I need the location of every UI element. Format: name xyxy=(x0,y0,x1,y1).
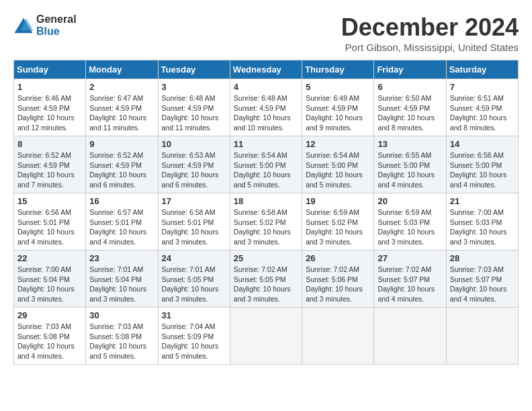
day-cell-9: 9Sunrise: 6:52 AM Sunset: 4:59 PM Daylig… xyxy=(86,136,158,193)
title-area: December 2024 Port Gibson, Mississippi, … xyxy=(341,13,519,53)
day-cell-15: 15Sunrise: 6:56 AM Sunset: 5:01 PM Dayli… xyxy=(14,193,86,250)
day-cell-19: 19Sunrise: 6:59 AM Sunset: 5:02 PM Dayli… xyxy=(302,193,374,250)
day-info: Sunrise: 6:49 AM Sunset: 4:59 PM Dayligh… xyxy=(306,93,370,133)
day-cell-30: 30Sunrise: 7:03 AM Sunset: 5:08 PM Dayli… xyxy=(86,308,158,365)
day-cell-1: 1Sunrise: 6:46 AM Sunset: 4:59 PM Daylig… xyxy=(14,79,86,136)
day-cell-31: 31Sunrise: 7:04 AM Sunset: 5:09 PM Dayli… xyxy=(158,308,230,365)
week-row-1: 1Sunrise: 6:46 AM Sunset: 4:59 PM Daylig… xyxy=(14,79,519,136)
day-number: 4 xyxy=(234,82,298,92)
day-info: Sunrise: 6:53 AM Sunset: 4:59 PM Dayligh… xyxy=(162,150,226,190)
day-number: 15 xyxy=(17,196,82,206)
day-info: Sunrise: 6:51 AM Sunset: 4:59 PM Dayligh… xyxy=(450,93,515,133)
day-number: 2 xyxy=(89,82,154,92)
day-cell-4: 4Sunrise: 6:48 AM Sunset: 4:59 PM Daylig… xyxy=(230,79,302,136)
day-info: Sunrise: 6:57 AM Sunset: 5:01 PM Dayligh… xyxy=(89,208,154,247)
day-info: Sunrise: 6:58 AM Sunset: 5:02 PM Dayligh… xyxy=(234,208,298,247)
page-header: General Blue December 2024 Port Gibson, … xyxy=(13,13,519,53)
day-cell-14: 14Sunrise: 6:56 AM Sunset: 5:00 PM Dayli… xyxy=(446,136,518,193)
calendar-table: SundayMondayTuesdayWednesdayThursdayFrid… xyxy=(13,60,519,365)
day-number: 7 xyxy=(450,82,515,92)
column-header-saturday: Saturday xyxy=(446,60,518,79)
day-cell-25: 25Sunrise: 7:02 AM Sunset: 5:05 PM Dayli… xyxy=(230,250,302,308)
day-info: Sunrise: 7:02 AM Sunset: 5:06 PM Dayligh… xyxy=(306,265,370,304)
logo-general-text: General xyxy=(36,13,77,26)
day-number: 9 xyxy=(89,139,154,149)
day-info: Sunrise: 6:58 AM Sunset: 5:01 PM Dayligh… xyxy=(162,208,226,247)
logo-blue-text: Blue xyxy=(36,26,77,38)
day-info: Sunrise: 6:59 AM Sunset: 5:02 PM Dayligh… xyxy=(306,208,370,247)
logo: General Blue xyxy=(13,13,77,37)
day-cell-24: 24Sunrise: 7:01 AM Sunset: 5:05 PM Dayli… xyxy=(158,250,230,308)
day-cell-16: 16Sunrise: 6:57 AM Sunset: 5:01 PM Dayli… xyxy=(86,193,158,250)
day-number: 3 xyxy=(162,82,226,92)
day-cell-12: 12Sunrise: 6:54 AM Sunset: 5:00 PM Dayli… xyxy=(302,136,374,193)
day-info: Sunrise: 6:56 AM Sunset: 5:00 PM Dayligh… xyxy=(450,150,515,190)
day-cell-20: 20Sunrise: 6:59 AM Sunset: 5:03 PM Dayli… xyxy=(374,193,446,250)
day-info: Sunrise: 6:50 AM Sunset: 4:59 PM Dayligh… xyxy=(378,93,442,133)
day-number: 8 xyxy=(17,139,82,149)
day-cell-13: 13Sunrise: 6:55 AM Sunset: 5:00 PM Dayli… xyxy=(374,136,446,193)
day-number: 29 xyxy=(17,310,82,320)
day-info: Sunrise: 6:54 AM Sunset: 5:00 PM Dayligh… xyxy=(306,150,370,190)
day-number: 12 xyxy=(306,139,370,149)
day-info: Sunrise: 7:02 AM Sunset: 5:07 PM Dayligh… xyxy=(378,265,442,304)
day-number: 23 xyxy=(89,253,154,263)
day-info: Sunrise: 6:46 AM Sunset: 4:59 PM Dayligh… xyxy=(17,93,82,133)
empty-cell xyxy=(302,308,374,365)
column-header-wednesday: Wednesday xyxy=(230,60,302,79)
day-number: 20 xyxy=(378,196,442,206)
day-cell-3: 3Sunrise: 6:48 AM Sunset: 4:59 PM Daylig… xyxy=(158,79,230,136)
day-cell-5: 5Sunrise: 6:49 AM Sunset: 4:59 PM Daylig… xyxy=(302,79,374,136)
day-info: Sunrise: 6:52 AM Sunset: 4:59 PM Dayligh… xyxy=(17,150,82,190)
empty-cell xyxy=(230,308,302,365)
day-number: 16 xyxy=(89,196,154,206)
day-cell-27: 27Sunrise: 7:02 AM Sunset: 5:07 PM Dayli… xyxy=(374,250,446,308)
day-number: 6 xyxy=(378,82,442,92)
day-info: Sunrise: 7:03 AM Sunset: 5:07 PM Dayligh… xyxy=(450,265,515,304)
day-info: Sunrise: 7:02 AM Sunset: 5:05 PM Dayligh… xyxy=(234,265,298,304)
logo-icon xyxy=(13,15,34,36)
week-row-2: 8Sunrise: 6:52 AM Sunset: 4:59 PM Daylig… xyxy=(14,136,519,193)
day-info: Sunrise: 7:00 AM Sunset: 5:03 PM Dayligh… xyxy=(450,208,515,247)
week-row-3: 15Sunrise: 6:56 AM Sunset: 5:01 PM Dayli… xyxy=(14,193,519,250)
day-info: Sunrise: 7:01 AM Sunset: 5:05 PM Dayligh… xyxy=(162,265,226,304)
day-number: 11 xyxy=(234,139,298,149)
day-info: Sunrise: 6:47 AM Sunset: 4:59 PM Dayligh… xyxy=(89,93,154,133)
day-number: 5 xyxy=(306,82,370,92)
day-cell-21: 21Sunrise: 7:00 AM Sunset: 5:03 PM Dayli… xyxy=(446,193,518,250)
day-cell-28: 28Sunrise: 7:03 AM Sunset: 5:07 PM Dayli… xyxy=(446,250,518,308)
day-cell-11: 11Sunrise: 6:54 AM Sunset: 5:00 PM Dayli… xyxy=(230,136,302,193)
day-info: Sunrise: 6:56 AM Sunset: 5:01 PM Dayligh… xyxy=(17,208,82,247)
column-header-sunday: Sunday xyxy=(14,60,86,79)
column-header-monday: Monday xyxy=(86,60,158,79)
empty-cell xyxy=(446,308,518,365)
day-cell-6: 6Sunrise: 6:50 AM Sunset: 4:59 PM Daylig… xyxy=(374,79,446,136)
column-header-thursday: Thursday xyxy=(302,60,374,79)
day-number: 25 xyxy=(234,253,298,263)
day-info: Sunrise: 6:48 AM Sunset: 4:59 PM Dayligh… xyxy=(234,93,298,133)
week-row-4: 22Sunrise: 7:00 AM Sunset: 5:04 PM Dayli… xyxy=(14,250,519,308)
day-info: Sunrise: 7:04 AM Sunset: 5:09 PM Dayligh… xyxy=(162,322,226,361)
day-number: 17 xyxy=(162,196,226,206)
day-number: 10 xyxy=(162,139,226,149)
day-info: Sunrise: 6:48 AM Sunset: 4:59 PM Dayligh… xyxy=(162,93,226,133)
day-number: 28 xyxy=(450,253,515,263)
header-row: SundayMondayTuesdayWednesdayThursdayFrid… xyxy=(14,60,519,79)
day-number: 1 xyxy=(17,82,82,92)
day-cell-22: 22Sunrise: 7:00 AM Sunset: 5:04 PM Dayli… xyxy=(14,250,86,308)
day-number: 21 xyxy=(450,196,515,206)
empty-cell xyxy=(374,308,446,365)
day-cell-26: 26Sunrise: 7:02 AM Sunset: 5:06 PM Dayli… xyxy=(302,250,374,308)
day-cell-8: 8Sunrise: 6:52 AM Sunset: 4:59 PM Daylig… xyxy=(14,136,86,193)
day-number: 26 xyxy=(306,253,370,263)
day-number: 14 xyxy=(450,139,515,149)
day-info: Sunrise: 6:55 AM Sunset: 5:00 PM Dayligh… xyxy=(378,150,442,190)
day-number: 13 xyxy=(378,139,442,149)
day-info: Sunrise: 7:01 AM Sunset: 5:04 PM Dayligh… xyxy=(89,265,154,304)
column-header-tuesday: Tuesday xyxy=(158,60,230,79)
day-cell-29: 29Sunrise: 7:03 AM Sunset: 5:08 PM Dayli… xyxy=(14,308,86,365)
day-number: 19 xyxy=(306,196,370,206)
day-info: Sunrise: 7:03 AM Sunset: 5:08 PM Dayligh… xyxy=(89,322,154,361)
day-number: 27 xyxy=(378,253,442,263)
day-cell-10: 10Sunrise: 6:53 AM Sunset: 4:59 PM Dayli… xyxy=(158,136,230,193)
